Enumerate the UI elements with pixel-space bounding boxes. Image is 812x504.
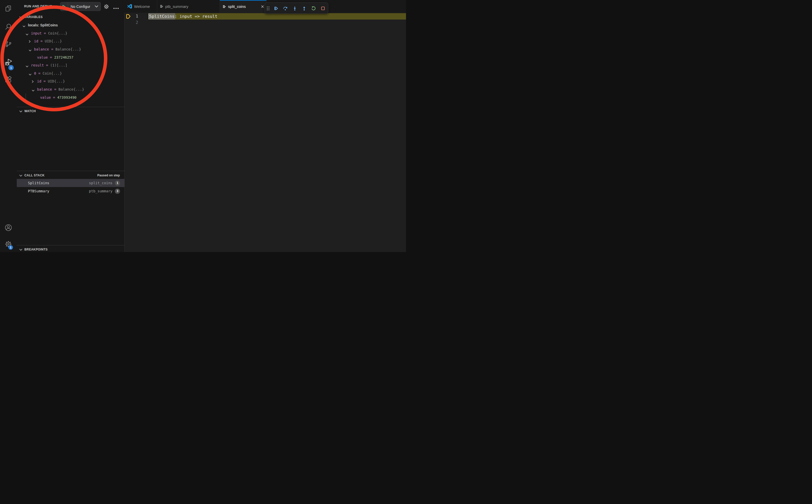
chevron-right-icon[interactable] <box>29 40 31 44</box>
extensions-icon <box>5 80 12 84</box>
tab-label: Welcome <box>134 4 150 9</box>
call-stack-label: CALL STACK <box>24 174 45 177</box>
step-out-button[interactable] <box>302 6 306 11</box>
var-row-value[interactable]: value = 473993490 <box>17 93 124 102</box>
step-over-button[interactable] <box>283 6 288 11</box>
configuration-label: No Configur <box>71 5 90 9</box>
restart-icon <box>311 7 316 11</box>
step-out-icon <box>302 7 306 11</box>
text-cursor <box>148 13 149 19</box>
activity-bar-item-source-control[interactable] <box>5 40 12 48</box>
code-line-1[interactable]: SplitCoins: input => result <box>149 13 217 20</box>
launch-configuration-dropdown[interactable]: No Configur <box>60 2 101 11</box>
frame-badge: 3 <box>115 189 120 194</box>
file-list-icon <box>223 5 226 8</box>
tab-label: ptb_summary <box>165 4 188 9</box>
activity-bar-item-explorer[interactable] <box>5 5 12 12</box>
search-icon <box>5 27 12 31</box>
activity-bar-item-search[interactable] <box>5 23 12 30</box>
frame-source: split_coins <box>89 181 112 185</box>
files-icon <box>5 9 12 13</box>
continue-icon <box>274 7 278 11</box>
chevron-right-icon[interactable] <box>32 80 34 84</box>
file-list-icon <box>160 5 163 8</box>
ellipsis-icon[interactable] <box>113 6 119 10</box>
drag-handle[interactable] <box>266 6 271 11</box>
tab-split_coins[interactable]: split_coins <box>220 0 266 13</box>
variables-section-header[interactable]: VARIABLES <box>19 14 43 20</box>
chevron-down-icon <box>19 173 22 178</box>
watch-label: WATCH <box>24 109 36 113</box>
editor-pane <box>124 0 406 252</box>
start-debugging-icon[interactable] <box>62 5 66 8</box>
variable-text: balance = Balance{...} <box>37 87 84 91</box>
gripper-icon <box>266 7 270 11</box>
line-number: 2 <box>127 20 138 26</box>
dropdown-divider <box>68 2 68 11</box>
activity-bar-item-accounts[interactable] <box>5 224 12 231</box>
step-into-button[interactable] <box>292 6 297 11</box>
variable-text: value = 473993490 <box>40 95 76 99</box>
code-text: : input => result <box>174 14 217 19</box>
stop-icon <box>321 7 325 11</box>
variable-text: value = 237246257 <box>37 55 73 59</box>
call-stack-section-header[interactable]: CALL STACK <box>19 173 45 178</box>
var-row-balance[interactable]: balance = Balance{...} <box>17 85 124 93</box>
variables-label: VARIABLES <box>24 15 43 19</box>
chevron-down-icon[interactable] <box>29 72 31 76</box>
step-over-icon <box>283 7 288 11</box>
section-divider <box>17 171 124 171</box>
chevron-down-icon[interactable] <box>32 88 35 92</box>
var-row-id[interactable]: id = UID{...} <box>17 37 124 45</box>
activity-bar: 11 <box>0 0 17 252</box>
watch-section-header[interactable]: WATCH <box>19 109 36 114</box>
frame-badge: 1 <box>115 180 120 186</box>
source-control-icon <box>5 44 12 48</box>
tab-ptb_summary[interactable]: ptb_summary <box>157 0 220 13</box>
breakpoints-section-header[interactable]: BREAKPOINTS <box>19 247 48 252</box>
var-row-0[interactable]: 0 = Coin{...} <box>17 69 124 77</box>
line-number: 1 <box>127 13 138 20</box>
highlighted-word: SplitCoins <box>149 14 174 19</box>
call-stack-frame-SplitCoins[interactable]: SplitCoinssplit_coins1 <box>17 179 124 187</box>
var-row-id[interactable]: id = UID{...} <box>17 77 124 85</box>
tab-label: split_coins <box>228 4 246 9</box>
var-row-value[interactable]: value = 237246257 <box>17 53 124 61</box>
tree-indent-guide <box>26 93 26 101</box>
stop-button[interactable] <box>321 6 325 11</box>
variable-text: id = UID{...} <box>34 39 62 43</box>
call-stack-frame-PTBSummary[interactable]: PTBSummaryptb_summary3 <box>17 187 124 195</box>
step-into-icon <box>292 7 297 11</box>
chevron-down-icon[interactable] <box>26 32 28 36</box>
variable-text: input = Coin{...} <box>31 31 67 35</box>
variable-text: id = UID{...} <box>37 79 65 83</box>
debug-status-text: Paused on step <box>97 174 120 177</box>
var-row-input[interactable]: input = Coin{...} <box>17 29 124 37</box>
variable-text: result = (1)[...] <box>31 63 67 67</box>
chevron-down-icon[interactable] <box>26 64 28 68</box>
badge: 1 <box>8 65 14 70</box>
debug-toolbar <box>264 3 328 14</box>
frame-source: ptb_summary <box>89 189 112 193</box>
frame-name: PTBSummary <box>28 189 49 193</box>
scope-row-locals[interactable]: locals: SplitCoins <box>17 21 124 29</box>
tab-Welcome[interactable]: Welcome <box>124 0 157 13</box>
variable-text: 0 = Coin{...} <box>34 71 62 75</box>
restart-button[interactable] <box>311 6 316 11</box>
account-icon <box>5 228 12 232</box>
close-icon[interactable] <box>261 5 264 8</box>
chevron-down-icon[interactable] <box>23 24 25 28</box>
sidebar-title: RUN AND DEBUG <box>24 5 52 8</box>
var-row-result[interactable]: result = (1)[...] <box>17 61 124 69</box>
chevron-down-icon <box>95 5 98 8</box>
chevron-down-icon <box>19 247 22 252</box>
activity-bar-item-extensions[interactable] <box>5 76 12 83</box>
var-row-balance[interactable]: balance = Balance{...} <box>17 45 124 53</box>
badge: 1 <box>8 245 13 250</box>
chevron-down-icon <box>19 15 22 19</box>
chevron-down-icon[interactable] <box>29 48 31 52</box>
gear-icon[interactable] <box>104 4 111 12</box>
vscode-logo-icon <box>127 4 132 9</box>
continue-button[interactable] <box>274 6 278 11</box>
variable-text: balance = Balance{...} <box>34 47 81 51</box>
